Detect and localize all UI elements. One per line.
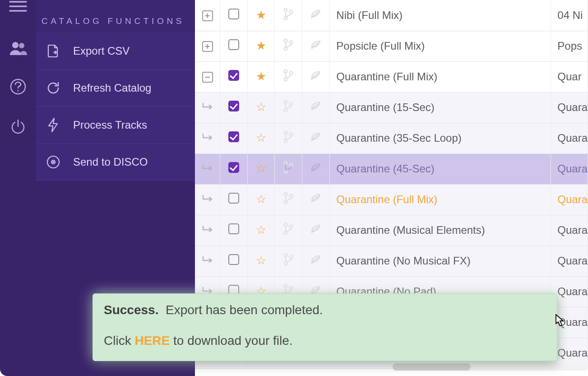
branch-icon[interactable]	[282, 191, 294, 205]
sidebar-item-label: Process Tracks	[73, 119, 147, 131]
child-indent-icon	[201, 225, 214, 234]
table-row[interactable]: ☆Quarantine (Full Mix)Quara	[195, 184, 588, 215]
sidebar-item-label: Export CSV	[73, 45, 130, 57]
users-icon[interactable]	[9, 41, 27, 56]
row-checkbox[interactable]	[228, 9, 239, 19]
child-indent-icon	[201, 102, 214, 111]
row-checkbox[interactable]	[228, 70, 239, 81]
track-title-secondary: Quara	[551, 123, 588, 153]
branch-icon[interactable]	[282, 69, 294, 82]
disc-icon	[45, 155, 61, 169]
star-outline-icon[interactable]: ☆	[256, 100, 266, 114]
track-title-secondary: Pops	[551, 31, 588, 61]
star-outline-icon[interactable]: ☆	[256, 254, 266, 267]
star-outline-icon[interactable]: ☆	[256, 131, 266, 144]
track-title[interactable]: Quarantine (Full Mix)	[330, 61, 551, 92]
sidebar-item-export-csv[interactable]: Export CSV	[36, 32, 195, 70]
svg-point-6	[18, 90, 19, 92]
leaf-icon[interactable]	[310, 192, 322, 204]
star-icon[interactable]: ★	[256, 70, 266, 83]
branch-icon[interactable]	[282, 253, 294, 266]
row-checkbox[interactable]	[228, 223, 239, 234]
leaf-icon[interactable]	[310, 254, 322, 265]
leaf-icon[interactable]	[310, 8, 322, 20]
star-icon[interactable]: ★	[256, 8, 266, 22]
svg-point-10	[53, 162, 54, 162]
track-title-secondary: 04 Ni	[551, 0, 588, 31]
power-icon[interactable]	[9, 117, 27, 135]
branch-icon[interactable]	[282, 7, 294, 21]
track-title[interactable]: Popsicle (Full Mix)	[330, 31, 551, 61]
row-checkbox[interactable]	[228, 254, 239, 265]
table-row[interactable]: +★Popsicle (Full Mix)Pops	[195, 31, 588, 61]
track-title-secondary: Quara	[551, 153, 588, 184]
row-checkbox[interactable]	[228, 162, 239, 173]
track-title[interactable]: Quarantine (15-Sec)	[330, 92, 551, 123]
track-title[interactable]: Quarantine (Musical Elements)	[330, 215, 551, 246]
branch-icon[interactable]	[282, 130, 294, 144]
leaf-icon[interactable]	[310, 39, 322, 51]
row-checkbox[interactable]	[228, 131, 239, 142]
child-indent-icon	[201, 133, 214, 142]
track-title-secondary: Quara	[551, 246, 588, 276]
row-checkbox[interactable]	[228, 193, 239, 204]
track-title[interactable]: Quarantine (Full Mix)	[330, 184, 551, 215]
track-title[interactable]: Quarantine (45-Sec)	[330, 153, 551, 184]
menu-icon[interactable]	[9, 0, 27, 15]
child-indent-icon	[201, 163, 214, 172]
leaf-icon[interactable]	[310, 100, 322, 112]
track-title[interactable]: Nibi (Full Mix)	[330, 0, 551, 31]
bolt-icon	[45, 117, 61, 133]
table-row[interactable]: −★Quarantine (Full Mix)Quar	[195, 61, 588, 92]
branch-icon[interactable]	[282, 38, 294, 51]
leaf-icon[interactable]	[310, 223, 322, 235]
leaf-icon[interactable]	[310, 162, 322, 173]
sidebar-item-disco[interactable]: Send to DISCO	[36, 144, 195, 181]
leaf-icon[interactable]	[310, 70, 322, 81]
table-row[interactable]: +★Nibi (Full Mix)04 Ni	[195, 0, 588, 31]
svg-point-4	[19, 43, 24, 48]
table-row[interactable]: ☆Quarantine (45-Sec)Quara	[195, 153, 588, 184]
sidebar-item-label: Send to DISCO	[73, 156, 148, 168]
table-row[interactable]: ☆Quarantine (35-Sec Loop)Quara	[195, 123, 588, 153]
star-outline-icon[interactable]: ☆	[256, 223, 266, 237]
sidebar-item-process[interactable]: Process Tracks	[36, 107, 195, 144]
track-title-secondary: Quara	[551, 92, 588, 123]
track-title-secondary: Quara	[551, 215, 588, 246]
file-export-icon	[45, 43, 61, 59]
success-toast: Success. Export has been completed. Clic…	[93, 293, 557, 361]
toast-message: Export has been completed.	[166, 303, 323, 317]
expand-toggle[interactable]: −	[202, 72, 213, 83]
child-indent-icon	[201, 255, 214, 265]
sidebar-item-label: Refresh Catalog	[73, 82, 151, 94]
track-title-secondary: Quara	[551, 184, 588, 215]
row-checkbox[interactable]	[228, 101, 239, 111]
horizontal-scrollbar[interactable]	[393, 363, 588, 371]
toast-title: Success.	[104, 303, 158, 317]
row-checkbox[interactable]	[228, 39, 239, 50]
nav-rail	[0, 0, 36, 376]
svg-point-3	[12, 42, 19, 48]
expand-toggle[interactable]: +	[202, 10, 213, 21]
branch-icon[interactable]	[282, 222, 294, 236]
expand-toggle[interactable]: +	[202, 41, 213, 52]
track-title-secondary: Quar	[551, 61, 588, 92]
leaf-icon[interactable]	[310, 131, 322, 143]
sidebar-section-title: CATALOG FUNCTIONS	[36, 0, 195, 32]
track-title[interactable]: Quarantine (35-Sec Loop)	[330, 123, 551, 153]
table-row[interactable]: ☆Quarantine (15-Sec)Quara	[195, 92, 588, 123]
branch-icon[interactable]	[282, 99, 294, 113]
table-row[interactable]: ☆Quarantine (No Musical FX)Quara	[195, 246, 588, 276]
child-indent-icon	[201, 194, 214, 203]
help-icon[interactable]	[9, 78, 27, 96]
branch-icon[interactable]	[282, 161, 294, 174]
download-link[interactable]: HERE	[134, 334, 170, 348]
refresh-icon	[45, 81, 61, 95]
table-row[interactable]: ☆Quarantine (Musical Elements)Quara	[195, 215, 588, 246]
star-icon[interactable]: ★	[256, 39, 266, 52]
sidebar-item-refresh[interactable]: Refresh Catalog	[36, 70, 195, 107]
star-outline-icon[interactable]: ☆	[256, 192, 266, 206]
star-outline-icon[interactable]: ☆	[256, 162, 266, 175]
track-title[interactable]: Quarantine (No Musical FX)	[330, 246, 551, 276]
